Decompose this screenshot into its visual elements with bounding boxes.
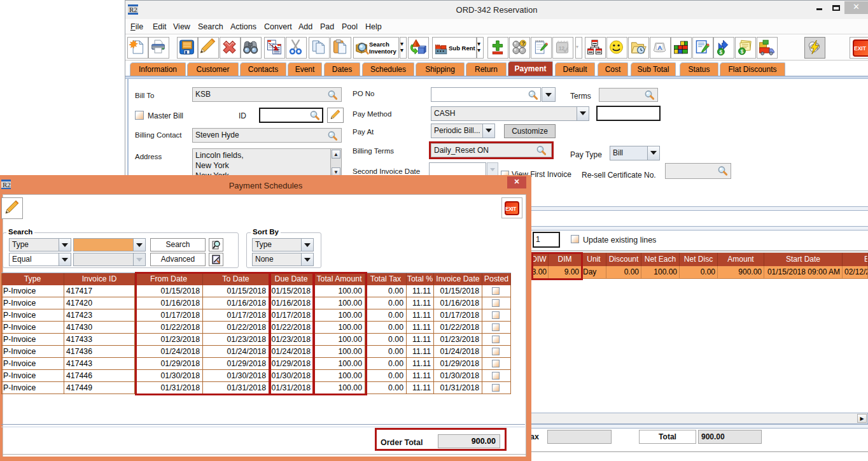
svg-text:$: $	[741, 49, 744, 55]
svg-text:?: ?	[522, 40, 526, 46]
svg-text:$: $	[720, 50, 723, 55]
svg-text:A: A	[657, 44, 662, 51]
